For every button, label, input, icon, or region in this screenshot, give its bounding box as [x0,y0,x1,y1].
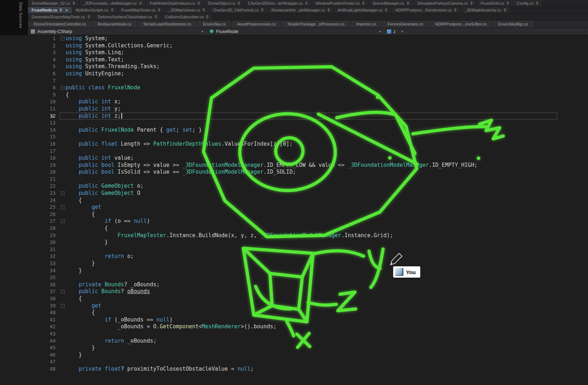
editor-tab[interactable]: FruxelGrid.cs [477,0,513,6]
code-line[interactable]: 22 public GameObject o; [0,183,588,190]
editor-tab[interactable]: HDRPPostproc...Randomizer.cs [392,7,461,13]
data-sources-tab[interactable]: Data Sources [19,2,23,28]
pin-icon[interactable] [111,8,114,12]
code-line[interactable]: 16 public float Length => PathfinderDept… [0,141,588,148]
editor-tab[interactable]: MyEditorScripts.cs [72,7,118,13]
code-line[interactable]: 48 private float? proximityToClosestObst… [0,366,588,373]
editor-tab[interactable]: CityGen3DGen...torWrapper.cs [244,0,312,6]
code-line[interactable]: 28 { [0,225,588,232]
pin-icon[interactable] [202,8,205,12]
code-line[interactable]: 35 [0,274,588,281]
pin-icon[interactable] [154,15,158,19]
code-line[interactable]: 32 return o; [0,253,588,260]
pin-icon[interactable] [327,8,330,12]
code-line[interactable]: 37- public Bounds? oBounds [0,288,588,295]
pin-icon[interactable] [506,1,509,5]
code-line[interactable]: 17 [0,148,588,155]
code-line[interactable]: 24 { [0,197,588,204]
code-line[interactable]: 7 [0,78,588,85]
code-line[interactable]: 11 public int y; [0,105,588,113]
pin-icon[interactable] [470,1,473,5]
editor-tab[interactable]: CollisionSubscriber.cs [162,14,213,20]
fold-collapse-icon[interactable]: - [61,205,65,209]
code-line[interactable]: 33 } [0,260,588,267]
editor-tab[interactable]: HDRPPostproc...izerEditor.cs [429,20,493,28]
code-line[interactable]: 29 FruxelMapTester.Instance.BuildNode(x,… [0,232,588,239]
fold-collapse-icon[interactable]: - [61,37,65,41]
editor-tab[interactable]: OneSec3D_FileFormat.cs [209,7,268,13]
code-line[interactable]: 31 [0,246,588,253]
code-line[interactable]: 1-using System; [0,35,588,42]
editor-tab[interactable]: DroneOrientationController.cs [28,20,92,28]
code-line[interactable]: 18 public int value; [0,155,588,162]
code-line[interactable]: 26 { [0,211,588,218]
code-line[interactable]: 39- get [0,302,588,310]
code-line[interactable]: 6using UnityEngine; [0,70,588,78]
pin-icon[interactable] [261,8,264,12]
pin-icon[interactable] [206,15,209,19]
editor-tab[interactable]: PathfinderDepthValues.cs [146,0,204,6]
code-line[interactable]: 27- if (o == null) [0,218,588,225]
code-line[interactable]: 12✎ public int z; [0,113,588,120]
code-line[interactable]: 20 public bool IsSolid => value == _3DFo… [0,169,588,176]
code-line[interactable]: 23- public GameObject O [0,190,588,197]
code-line[interactable]: 36 private Bounds? _oBounds; [0,281,588,288]
code-line[interactable]: 34 } [0,267,588,274]
code-line[interactable]: 9{ [0,91,588,99]
code-editor[interactable]: 1-using System;2using System.Collections… [0,35,588,385]
project-dropdown[interactable]: Assembly-CSharp ▾ [28,28,206,35]
code-line[interactable]: 46 } [0,352,588,359]
code-line[interactable]: 2using System.Collections.Generic; [0,42,588,50]
code-line[interactable]: 30 } [0,239,588,246]
editor-tab[interactable]: RestaurantHo...pleManager.cs [268,7,334,13]
code-line[interactable]: 38 { [0,295,588,302]
fold-collapse-icon[interactable]: - [61,219,65,223]
editor-tab[interactable]: Generator2ExportMapTools.cs [28,14,94,20]
editor-tab[interactable]: TerrainLayerRandomizer.cs [137,20,197,28]
code-line[interactable]: 15 [0,133,588,141]
code-line[interactable]: 5using System.Threading.Tasks; [0,63,588,70]
code-line[interactable]: 40 { [0,309,588,316]
editor-tab[interactable]: FencesGenerator.cs [382,20,429,28]
editor-tab[interactable]: ArtificialLightsManager.cs [334,7,392,13]
pin-icon[interactable] [362,1,365,5]
pin-icon[interactable] [87,15,90,19]
pin-icon[interactable] [384,8,388,12]
code-line[interactable]: 13 [0,119,588,127]
editor-tab[interactable]: RestaurantHook.cs [92,20,137,28]
member-dropdown[interactable]: z ▾ [384,28,588,35]
code-line[interactable]: 14 public FruxelNode Parent { get; set; … [0,127,588,134]
editor-tab[interactable]: WindowPositionFinder.cs [312,0,369,6]
type-dropdown[interactable]: FruxelNode ▾ [206,28,384,35]
fold-collapse-icon[interactable]: - [61,290,65,294]
fold-collapse-icon[interactable]: - [61,191,65,195]
editor-tab[interactable]: DeliverySurfaceClassHelper.cs [94,14,162,20]
code-line[interactable]: 19 public bool IsEmpty => value >= _3DFo… [0,162,588,169]
code-line[interactable]: 42 _oBounds = O.GetComponent<MeshRendere… [0,323,588,330]
pin-icon[interactable] [139,1,142,5]
pin-icon[interactable] [158,8,161,12]
chevron-down-icon[interactable]: ▾ [379,30,381,33]
editor-tab[interactable]: EnviroSkyMgr.cs [493,20,534,28]
code-line[interactable]: 43 [0,330,588,338]
pin-icon[interactable] [237,1,241,5]
editor-tab[interactable]: Importer.cs [350,20,382,28]
pin-icon[interactable] [406,1,410,5]
editor-tab[interactable]: _3DMapHierarchy.cs [461,7,510,13]
pin-icon[interactable] [72,1,75,5]
code-line[interactable]: 41 if (_oBounds == null) [0,316,588,324]
editor-tab[interactable]: SceneManager.cs [369,0,414,6]
code-line[interactable]: 4using System.Text; [0,56,588,64]
editor-tab[interactable]: ShaderPackage...stProcessor.cs [281,20,350,28]
code-line[interactable]: 10 public int x; [0,98,588,105]
editor-tab[interactable]: FruxelMapTester.cs [118,7,165,13]
editor-tab[interactable]: SimulatedFisheyeCamera.cs [414,0,477,6]
editor-tab[interactable]: EnviroSky.cs [197,20,232,28]
code-line[interactable]: 25- get [0,204,588,211]
chevron-down-icon[interactable]: ▾ [201,30,203,33]
code-line[interactable]: 45 } [0,344,588,352]
editor-tab[interactable]: Config.cs [513,0,543,6]
editor-tab[interactable]: AssetPreprocessor.cs [232,20,281,28]
editor-tab[interactable]: _3DFoundatio...delManager.cs [79,0,146,6]
chevron-down-icon[interactable]: ▾ [401,30,403,33]
